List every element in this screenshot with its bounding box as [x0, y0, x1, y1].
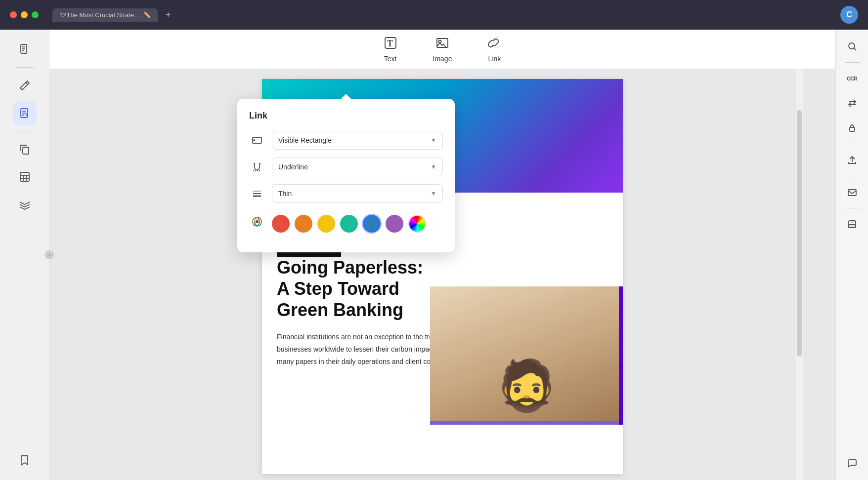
add-tab-button[interactable]: + — [162, 8, 175, 22]
sidebar-item-copy[interactable] — [13, 137, 37, 161]
svg-rect-9 — [23, 147, 29, 154]
right-sidebar: OCR — [835, 30, 868, 480]
thickness-dropdown-arrow: ▼ — [431, 190, 436, 197]
titlebar: 12The Most Crucial Strate… ✏️ + C — [0, 0, 868, 30]
image-border-right — [619, 286, 623, 425]
lines-icon — [249, 186, 265, 201]
text-tool-icon: T — [384, 36, 397, 53]
person-icon: 🧔 — [496, 357, 558, 415]
style-select[interactable]: Underline ▼ — [272, 158, 443, 176]
svg-line-29 — [854, 48, 856, 51]
color-row — [249, 211, 443, 233]
right-divider-1 — [845, 62, 860, 63]
image-tool-label: Image — [433, 55, 452, 63]
svg-point-28 — [849, 43, 855, 49]
svg-rect-10 — [20, 172, 29, 181]
chat-button[interactable] — [841, 452, 863, 474]
svg-text:T: T — [387, 39, 393, 48]
custom-color-picker[interactable] — [408, 215, 426, 233]
svg-rect-30 — [850, 127, 855, 131]
close-button[interactable] — [10, 11, 17, 18]
sidebar-collapse-button[interactable]: ‹ — [45, 250, 54, 259]
right-divider-4 — [845, 208, 860, 208]
rect-icon — [249, 132, 265, 148]
color-swatch-yellow[interactable] — [317, 215, 335, 233]
sidebar-item-edit[interactable] — [13, 101, 37, 125]
convert-button[interactable] — [841, 92, 863, 114]
text-tool-button[interactable]: T Text — [376, 32, 405, 67]
thickness-row: Thin ▼ — [249, 184, 443, 203]
content-area: T Text Image — [49, 30, 835, 480]
heading-line1: Going Paperless: — [277, 257, 608, 278]
link-popup: Link Visible Rectangle ▼ — [237, 99, 455, 252]
style-select-label: Underline — [278, 163, 308, 171]
top-toolbar: T Text Image — [49, 30, 835, 69]
maximize-button[interactable] — [32, 11, 39, 18]
svg-point-21 — [253, 139, 255, 141]
image-tool-button[interactable]: Image — [425, 32, 460, 67]
share-button[interactable] — [841, 149, 863, 171]
sidebar-item-marker[interactable] — [13, 74, 37, 97]
svg-rect-17 — [437, 39, 448, 47]
ocr-button[interactable]: OCR — [841, 68, 863, 89]
protect-button[interactable] — [841, 117, 863, 139]
right-divider-3 — [845, 176, 860, 176]
color-swatch-orange[interactable] — [295, 215, 312, 233]
traffic-lights — [10, 11, 39, 18]
image-border-bottom — [430, 421, 623, 425]
underline-icon — [249, 159, 265, 175]
tab-title: 12The Most Crucial Strate… — [59, 11, 140, 19]
color-swatch-purple[interactable] — [386, 215, 403, 233]
main-layout: ‹ T Text — [0, 30, 868, 480]
search-icon-button[interactable] — [841, 36, 863, 57]
ocr-label: OCR — [847, 76, 857, 81]
scroll-thumb[interactable] — [797, 110, 802, 357]
shape-select[interactable]: Visible Rectangle ▼ — [272, 131, 443, 150]
active-tab[interactable]: 12The Most Crucial Strate… ✏️ — [52, 8, 158, 22]
sidebar-item-layers[interactable] — [13, 193, 37, 216]
link-tool-icon — [487, 36, 501, 53]
style-row: Underline ▼ — [249, 158, 443, 176]
sidebar-divider-1 — [15, 67, 35, 68]
image-scene: 🧔 — [430, 286, 623, 425]
thickness-select-label: Thin — [278, 190, 292, 198]
sidebar-item-bookmark[interactable] — [13, 448, 37, 472]
image-tool-icon — [435, 36, 449, 53]
link-popup-title: Link — [249, 111, 443, 121]
avatar: C — [840, 6, 858, 24]
shape-row: Visible Rectangle ▼ — [249, 131, 443, 150]
shape-select-label: Visible Rectangle — [278, 136, 332, 144]
right-image: 🧔 — [430, 286, 623, 425]
sidebar-item-table[interactable] — [13, 165, 37, 189]
left-sidebar: ‹ — [0, 30, 49, 480]
color-swatch-teal[interactable] — [340, 215, 358, 233]
svg-point-27 — [256, 220, 259, 223]
shape-dropdown-arrow: ▼ — [431, 137, 436, 144]
save-button[interactable] — [841, 213, 863, 235]
color-swatch-red[interactable] — [272, 215, 290, 233]
right-divider-2 — [845, 144, 860, 144]
link-tool-label: Link — [488, 55, 501, 63]
scroll-track — [796, 69, 803, 480]
email-button[interactable] — [841, 181, 863, 203]
svg-rect-33 — [851, 221, 854, 223]
svg-rect-31 — [848, 190, 856, 196]
tab-area: 12The Most Crucial Strate… ✏️ + — [52, 8, 175, 22]
tab-edit-icon[interactable]: ✏️ — [143, 11, 151, 18]
sidebar-item-document[interactable] — [13, 38, 37, 61]
link-tool-button[interactable]: Link — [479, 32, 509, 67]
popup-arrow — [341, 94, 351, 99]
thickness-select[interactable]: Thin ▼ — [272, 184, 443, 203]
sidebar-divider-2 — [15, 131, 35, 131]
style-dropdown-arrow: ▼ — [431, 163, 436, 170]
minimize-button[interactable] — [21, 11, 28, 18]
color-palette-icon — [249, 214, 265, 230]
color-swatch-blue[interactable] — [363, 215, 381, 233]
text-tool-label: Text — [384, 55, 397, 63]
svg-line-4 — [26, 82, 28, 84]
color-palette — [272, 215, 426, 233]
